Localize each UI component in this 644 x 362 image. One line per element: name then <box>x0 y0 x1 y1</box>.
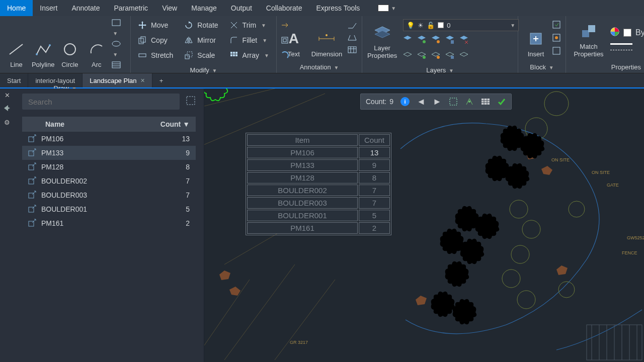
palette-row[interactable]: PM1612 <box>22 216 196 230</box>
text-button[interactable]: AText <box>282 20 306 58</box>
linetype-swatch[interactable] <box>610 50 632 50</box>
match-properties-button[interactable]: Match Properties <box>571 20 606 58</box>
polyline-button[interactable]: Polyline <box>32 30 55 68</box>
palette-row[interactable]: PM1339 <box>22 146 196 160</box>
annot-icon-2[interactable] <box>348 34 357 43</box>
svg-rect-36 <box>187 97 195 105</box>
trim-button[interactable]: Trim▼ <box>227 19 271 31</box>
menu-view[interactable]: View <box>155 0 184 16</box>
layer-tool-3[interactable] <box>431 35 440 46</box>
layer-dropdown[interactable]: 💡 ☀ 🔓 0 ▼ <box>403 19 519 31</box>
canvas-table-row[interactable]: BOULDER0027 <box>247 185 390 196</box>
rect-icon[interactable]: ▼ <box>112 19 125 37</box>
svg-rect-33 <box>582 30 589 37</box>
menu-swatch[interactable]: ▼ <box>367 0 403 16</box>
canvas-table-row[interactable]: PM1339 <box>247 159 390 171</box>
insert-table-icon[interactable] <box>481 97 490 106</box>
layer-tool-1[interactable] <box>403 35 412 46</box>
layer-tool-10[interactable] <box>459 50 468 61</box>
svg-text:GR 3217: GR 3217 <box>290 340 308 345</box>
next-arrow-icon[interactable]: ► <box>433 97 442 107</box>
menu-output[interactable]: Output <box>224 0 259 16</box>
move-button[interactable]: Move <box>136 19 175 31</box>
prev-arrow-icon[interactable]: ◄ <box>417 97 426 107</box>
sun-icon: ☀ <box>418 22 424 29</box>
panel-title-annotation: Annotation ▼ <box>277 61 362 73</box>
color-wheel-icon[interactable] <box>610 27 619 38</box>
selection-icon[interactable] <box>186 96 196 108</box>
tab-interior-layout[interactable]: interior-layout <box>28 73 83 87</box>
arc-button[interactable]: Arc <box>85 30 108 68</box>
svg-point-44 <box>510 200 528 218</box>
palette-row[interactable]: PM1288 <box>22 160 196 174</box>
menu-collaborate[interactable]: Collaborate <box>259 0 309 16</box>
menu-insert[interactable]: Insert <box>33 0 64 16</box>
info-icon[interactable]: i <box>400 97 410 106</box>
svg-text:GATE: GATE <box>607 183 619 188</box>
palette-row[interactable]: BOULDER0037 <box>22 188 196 202</box>
table-icon[interactable] <box>348 46 357 55</box>
lineweight-swatch[interactable] <box>610 43 632 45</box>
tab-close-icon[interactable]: × <box>140 76 144 84</box>
highlight-icon[interactable] <box>465 97 474 106</box>
document-tabs: Startinterior-layoutLandscape Plan×+ <box>0 73 644 88</box>
layer-properties-button[interactable]: Layer Properties <box>367 21 397 59</box>
tab-landscape-plan[interactable]: Landscape Plan× <box>83 73 152 87</box>
canvas-table-row[interactable]: BOULDER0037 <box>247 197 390 209</box>
block-tool-3[interactable] <box>552 47 560 57</box>
drawing-canvas[interactable]: GR 3217 ON SITE ON SITE GW5252 FENCE GAT… <box>204 88 644 362</box>
palette-row[interactable]: PM10613 <box>22 132 196 146</box>
layer-tool-4[interactable] <box>445 35 454 46</box>
block-tool-1[interactable] <box>552 21 560 31</box>
scale-button[interactable]: Scale <box>182 49 220 61</box>
menu-annotate[interactable]: Annotate <box>64 0 107 16</box>
col-name[interactable]: Name <box>28 120 154 128</box>
col-count[interactable]: Count ▼ <box>154 120 190 128</box>
menu-manage[interactable]: Manage <box>184 0 224 16</box>
layer-tool-9[interactable] <box>445 50 454 61</box>
palette-table-header: Name Count ▼ <box>22 117 196 132</box>
color-swatch[interactable] <box>623 29 631 37</box>
stretch-button[interactable]: Stretch <box>136 49 175 61</box>
copy-button[interactable]: Copy <box>136 34 175 46</box>
canvas-table-row[interactable]: PM1288 <box>247 172 390 184</box>
menu-express-tools[interactable]: Express Tools <box>309 0 367 16</box>
layer-tool-5[interactable] <box>459 35 468 46</box>
layer-tool-6[interactable] <box>403 50 412 61</box>
svg-rect-21 <box>348 47 356 53</box>
menu-home[interactable]: Home <box>0 0 33 16</box>
rotate-button[interactable]: Rotate <box>182 19 220 31</box>
line-button[interactable]: Line <box>5 30 28 68</box>
palette-pin-icon[interactable] <box>4 105 10 113</box>
layer-tool-8[interactable] <box>431 50 440 61</box>
palette-close-icon[interactable]: ✕ <box>5 92 10 99</box>
block-ref-icon <box>28 176 37 186</box>
dimension-button[interactable]: Dimension <box>310 20 344 58</box>
canvas-table-row[interactable]: PM1612 <box>247 222 390 234</box>
canvas-table-row[interactable]: PM10613 <box>247 147 390 158</box>
palette-row[interactable]: BOULDER0027 <box>22 174 196 188</box>
svg-point-45 <box>522 220 540 238</box>
block-tool-2[interactable] <box>552 34 560 44</box>
palette-settings-icon[interactable]: ⚙ <box>4 119 10 126</box>
search-input[interactable] <box>22 94 180 110</box>
leader-icon[interactable] <box>348 22 357 31</box>
confirm-icon[interactable] <box>497 97 506 106</box>
fillet-button[interactable]: Fillet▼ <box>227 34 271 46</box>
palette-row[interactable]: BOULDER0015 <box>22 202 196 216</box>
new-tab-button[interactable]: + <box>152 73 171 87</box>
menu-parametric[interactable]: Parametric <box>107 0 155 16</box>
zoom-extents-icon[interactable] <box>449 97 458 106</box>
array-button[interactable]: Array▼ <box>227 49 271 61</box>
canvas-count-table[interactable]: ItemCount PM10613PM1339PM1288BOULDER0027… <box>246 133 391 235</box>
mirror-button[interactable]: Mirror <box>182 34 220 46</box>
svg-point-48 <box>517 291 535 309</box>
svg-point-31 <box>555 36 558 39</box>
tab-start[interactable]: Start <box>0 73 28 87</box>
insert-button[interactable]: Insert <box>523 20 548 58</box>
circle-button[interactable]: Circle <box>58 30 81 68</box>
layer-tool-2[interactable] <box>417 35 426 46</box>
layer-tool-7[interactable] <box>417 50 426 61</box>
canvas-table-row[interactable]: BOULDER0015 <box>247 210 390 221</box>
ellipse-icon[interactable]: ▼ <box>112 40 125 58</box>
